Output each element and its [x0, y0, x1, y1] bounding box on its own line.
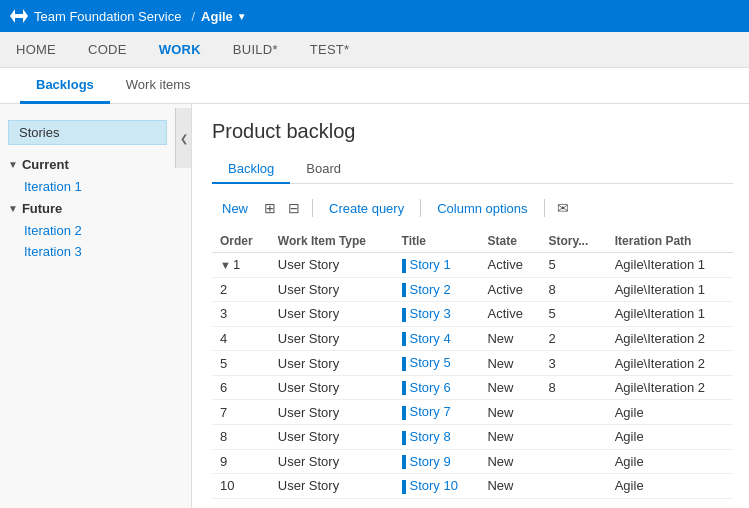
cell-story-points: 8 — [540, 277, 606, 302]
cell-order: 2 — [212, 277, 270, 302]
nav-bar: HOME CODE WORK BUILD* TEST* — [0, 32, 749, 68]
cell-state: New — [479, 449, 540, 474]
story-link[interactable]: Story 7 — [410, 404, 451, 419]
story-link[interactable]: Story 10 — [410, 478, 458, 493]
cell-type: User Story — [270, 351, 394, 376]
cell-type: User Story — [270, 424, 394, 449]
story-color-bar — [402, 259, 406, 273]
column-options-label: Column options — [437, 201, 527, 216]
story-color-bar — [402, 283, 406, 297]
sidebar-section-future[interactable]: ▼ Future — [0, 197, 191, 220]
story-color-bar — [402, 455, 406, 469]
story-link[interactable]: Story 6 — [410, 380, 451, 395]
story-link[interactable]: Story 1 — [410, 257, 451, 272]
story-link[interactable]: Story 4 — [410, 331, 451, 346]
sidebar-section-current[interactable]: ▼ Current — [0, 153, 191, 176]
sidebar-item-iteration1[interactable]: Iteration 1 — [0, 176, 191, 197]
cell-state: Active — [479, 253, 540, 278]
story-color-bar — [402, 406, 406, 420]
story-link[interactable]: Story 8 — [410, 429, 451, 444]
story-link[interactable]: Story 5 — [410, 355, 451, 370]
cell-title[interactable]: Story 1 — [394, 253, 480, 278]
sidebar-item-iteration3[interactable]: Iteration 3 — [0, 241, 191, 262]
cell-title[interactable]: Story 7 — [394, 400, 480, 425]
new-button[interactable]: New — [212, 197, 258, 220]
story-color-bar — [402, 357, 406, 371]
story-color-bar — [402, 431, 406, 445]
story-link[interactable]: Story 2 — [410, 282, 451, 297]
tab-work-items[interactable]: Work items — [110, 68, 207, 104]
project-name: Agile — [201, 9, 233, 24]
cell-state: Active — [479, 277, 540, 302]
stories-button[interactable]: Stories — [8, 120, 167, 145]
cell-state: New — [479, 326, 540, 351]
project-selector[interactable]: Agile ▼ — [201, 9, 247, 24]
cell-title[interactable]: Story 3 — [394, 302, 480, 327]
nav-home[interactable]: HOME — [0, 32, 72, 68]
cell-title[interactable]: Story 4 — [394, 326, 480, 351]
page-title: Product backlog — [212, 120, 733, 143]
cell-story-points: 8 — [540, 375, 606, 400]
table-row[interactable]: 6User StoryStory 6New8Agile\Iteration 2 — [212, 375, 733, 400]
column-options-button[interactable]: Column options — [427, 197, 537, 220]
tab-backlogs[interactable]: Backlogs — [20, 68, 110, 104]
cell-story-points — [540, 474, 606, 499]
cell-story-points: 3 — [540, 351, 606, 376]
table-row[interactable]: 10User StoryStory 10NewAgile — [212, 474, 733, 499]
table-row[interactable]: 5User StoryStory 5New3Agile\Iteration 2 — [212, 351, 733, 376]
cell-type: User Story — [270, 449, 394, 474]
expand-arrow[interactable]: ▼ — [220, 259, 231, 271]
cell-title[interactable]: Story 10 — [394, 474, 480, 499]
story-link[interactable]: Story 3 — [410, 306, 451, 321]
content-tab-backlog[interactable]: Backlog — [212, 155, 290, 184]
story-color-bar — [402, 332, 406, 346]
cell-order: 8 — [212, 424, 270, 449]
sidebar-collapse-btn[interactable]: ❮ — [175, 108, 191, 168]
nav-code[interactable]: CODE — [72, 32, 143, 68]
cell-type: User Story — [270, 253, 394, 278]
sidebar-item-iteration2[interactable]: Iteration 2 — [0, 220, 191, 241]
table-row[interactable]: 7User StoryStory 7NewAgile — [212, 400, 733, 425]
table-row[interactable]: 2User StoryStory 2Active8Agile\Iteration… — [212, 277, 733, 302]
cell-title[interactable]: Story 8 — [394, 424, 480, 449]
cell-type: User Story — [270, 474, 394, 499]
cell-title[interactable]: Story 5 — [394, 351, 480, 376]
content-tab-board[interactable]: Board — [290, 155, 357, 184]
cell-title[interactable]: Story 9 — [394, 449, 480, 474]
create-query-button[interactable]: Create query — [319, 197, 414, 220]
toolbar: New ⊞ ⊟ Create query Column options ✉ — [212, 196, 733, 220]
story-color-bar — [402, 308, 406, 322]
cell-order: 4 — [212, 326, 270, 351]
cell-title[interactable]: Story 2 — [394, 277, 480, 302]
sidebar: ❮ Stories ▼ Current Iteration 1 ▼ Future… — [0, 104, 192, 508]
content-tabs: Backlog Board — [212, 155, 733, 184]
story-link[interactable]: Story 9 — [410, 454, 451, 469]
project-dropdown-arrow: ▼ — [237, 11, 247, 22]
table-row[interactable]: 9User StoryStory 9NewAgile — [212, 449, 733, 474]
nav-test[interactable]: TEST* — [294, 32, 366, 68]
cell-title[interactable]: Story 6 — [394, 375, 480, 400]
cell-order: 7 — [212, 400, 270, 425]
email-button[interactable]: ✉ — [551, 196, 575, 220]
cell-iteration-path: Agile\Iteration 2 — [607, 375, 733, 400]
table-row[interactable]: 8User StoryStory 8NewAgile — [212, 424, 733, 449]
cell-type: User Story — [270, 326, 394, 351]
nav-build[interactable]: BUILD* — [217, 32, 294, 68]
add-child-button[interactable]: ⊞ — [258, 196, 282, 220]
table-row[interactable]: 3User StoryStory 3Active5Agile\Iteration… — [212, 302, 733, 327]
cell-order: 9 — [212, 449, 270, 474]
content-area: Product backlog Backlog Board New ⊞ ⊟ Cr… — [192, 104, 749, 508]
cell-type: User Story — [270, 302, 394, 327]
cell-iteration-path: Agile — [607, 449, 733, 474]
cell-order: 3 — [212, 302, 270, 327]
table-row[interactable]: 4User StoryStory 4New2Agile\Iteration 2 — [212, 326, 733, 351]
col-order: Order — [212, 230, 270, 253]
cell-story-points — [540, 424, 606, 449]
nav-work[interactable]: WORK — [143, 32, 217, 68]
cell-type: User Story — [270, 277, 394, 302]
cell-state: New — [479, 375, 540, 400]
add-link-button[interactable]: ⊟ — [282, 196, 306, 220]
table-row[interactable]: ▼1User StoryStory 1Active5Agile\Iteratio… — [212, 253, 733, 278]
story-color-bar — [402, 480, 406, 494]
toolbar-sep2 — [420, 199, 421, 217]
